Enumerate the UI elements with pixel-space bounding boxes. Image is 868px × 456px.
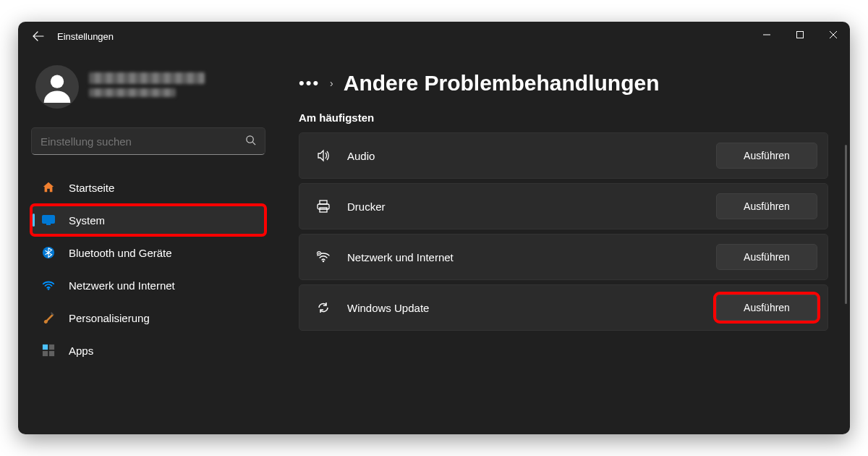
svg-line-4 — [252, 142, 255, 145]
scrollbar[interactable] — [845, 145, 847, 304]
svg-rect-5 — [42, 215, 55, 224]
sidebar-nav: Startseite System Bluetooth und Geräte N… — [31, 172, 265, 366]
search-icon — [245, 135, 256, 148]
troubleshooter-label: Netzwerk und Internet — [347, 251, 700, 263]
sidebar-item-label: Bluetooth und Geräte — [69, 247, 172, 259]
person-icon — [41, 71, 73, 103]
wifi-icon — [315, 249, 331, 265]
sidebar-item-label: System — [69, 214, 105, 227]
settings-window: Einstellungen — [18, 22, 850, 434]
troubleshooter-label: Audio — [347, 150, 700, 162]
svg-rect-1 — [797, 32, 804, 38]
sidebar: Startseite System Bluetooth und Geräte N… — [18, 51, 278, 434]
sidebar-item-label: Startseite — [69, 182, 114, 194]
chevron-right-icon: › — [330, 77, 333, 89]
user-name-obscured — [89, 72, 265, 101]
search-input[interactable] — [41, 135, 245, 148]
sidebar-item-label: Personalisierung — [69, 312, 150, 324]
search-box[interactable] — [31, 127, 265, 155]
run-button-network[interactable]: Ausführen — [716, 244, 817, 270]
troubleshooter-label: Drucker — [347, 200, 700, 213]
bluetooth-icon — [41, 245, 56, 260]
sidebar-item-label: Apps — [69, 345, 93, 357]
run-button-audio[interactable]: Ausführen — [716, 143, 817, 169]
minimize-button[interactable] — [750, 22, 783, 48]
svg-rect-9 — [43, 345, 48, 350]
system-icon — [41, 213, 56, 227]
wifi-icon — [41, 278, 56, 292]
svg-rect-15 — [320, 208, 327, 212]
brush-icon — [41, 311, 56, 325]
main-content: ••• › Andere Problembehandlungen Am häuf… — [278, 51, 850, 434]
window-controls — [750, 22, 850, 48]
svg-point-2 — [51, 75, 64, 88]
close-button[interactable] — [817, 22, 850, 48]
sidebar-item-network[interactable]: Netzwerk und Internet — [31, 270, 265, 300]
sidebar-item-apps[interactable]: Apps — [31, 335, 265, 366]
run-button-windows-update[interactable]: Ausführen — [716, 295, 817, 321]
home-icon — [41, 180, 56, 195]
troubleshooter-windows-update[interactable]: Windows Update Ausführen — [299, 284, 828, 331]
window-body: Startseite System Bluetooth und Geräte N… — [18, 51, 850, 434]
apps-icon — [41, 343, 56, 358]
svg-point-3 — [247, 136, 253, 143]
sidebar-item-home[interactable]: Startseite — [31, 172, 265, 203]
svg-rect-12 — [49, 351, 54, 356]
sidebar-item-bluetooth[interactable]: Bluetooth und Geräte — [31, 237, 265, 268]
troubleshooter-audio[interactable]: Audio Ausführen — [299, 132, 828, 179]
troubleshooter-label: Windows Update — [347, 302, 700, 314]
svg-point-8 — [48, 288, 50, 290]
troubleshooter-printer[interactable]: Drucker Ausführen — [299, 183, 828, 229]
sidebar-item-personalization[interactable]: Personalisierung — [31, 303, 265, 333]
app-title: Einstellungen — [57, 31, 114, 42]
troubleshooter-network[interactable]: Netzwerk und Internet Ausführen — [299, 234, 828, 280]
minimize-icon — [762, 30, 771, 39]
svg-rect-6 — [46, 224, 51, 225]
maximize-icon — [796, 30, 804, 39]
svg-rect-10 — [49, 345, 54, 350]
printer-icon — [315, 198, 331, 214]
svg-rect-13 — [320, 200, 327, 204]
close-icon — [829, 30, 838, 39]
breadcrumb: ••• › Andere Problembehandlungen — [299, 71, 828, 96]
arrow-left-icon — [33, 30, 44, 42]
sidebar-item-label: Netzwerk und Internet — [69, 279, 175, 292]
user-profile[interactable] — [31, 65, 265, 109]
back-button[interactable] — [25, 23, 51, 49]
breadcrumb-more-button[interactable]: ••• — [299, 74, 320, 93]
sync-icon — [315, 300, 331, 316]
titlebar: Einstellungen — [18, 22, 850, 51]
svg-rect-11 — [43, 351, 48, 356]
section-heading: Am häufigsten — [299, 111, 828, 124]
svg-point-16 — [323, 261, 325, 263]
avatar — [35, 65, 79, 109]
run-button-printer[interactable]: Ausführen — [716, 193, 817, 219]
maximize-button[interactable] — [783, 22, 817, 48]
sidebar-item-system[interactable]: System — [31, 205, 265, 235]
page-title: Andere Problembehandlungen — [344, 71, 660, 96]
speaker-icon — [315, 148, 331, 164]
